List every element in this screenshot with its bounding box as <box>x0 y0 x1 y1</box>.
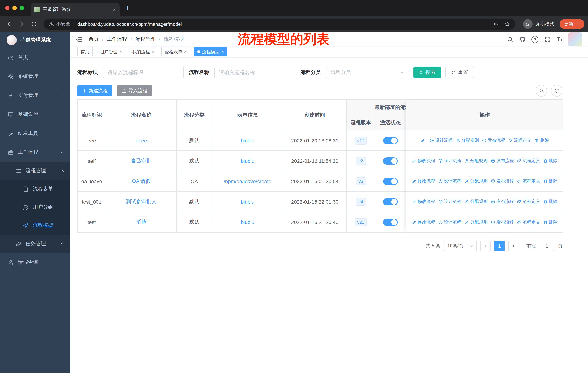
active-toggle[interactable] <box>383 218 398 226</box>
forward-button[interactable] <box>16 19 27 30</box>
process-definition-link[interactable]: 流程定义 <box>517 158 540 164</box>
sidebar-item-task-management[interactable]: 任务管理 <box>0 235 70 253</box>
search-icon[interactable] <box>507 36 513 43</box>
process-definition-link[interactable]: 流程定义 <box>517 219 540 225</box>
browser-tab[interactable]: 芋道管理系统 × <box>31 3 120 16</box>
reset-button[interactable]: 重置 <box>445 67 474 78</box>
close-icon[interactable]: × <box>119 50 122 54</box>
process-name-link[interactable]: 滔博 <box>136 219 146 225</box>
assign-rule-link[interactable]: 分配规则 <box>464 199 488 205</box>
page-size-select[interactable]: 10条/页 <box>444 241 477 251</box>
design-process-link[interactable]: 设计流程 <box>438 178 461 184</box>
publish-process-link[interactable]: 发布流程 <box>491 178 514 184</box>
menu-dots-icon[interactable]: ⋮ <box>573 21 583 27</box>
sidebar-item-system-management[interactable]: 系统管理 <box>0 67 70 86</box>
process-name-input[interactable] <box>214 67 295 78</box>
process-definition-link[interactable]: 流程定义 <box>517 178 540 184</box>
design-process-link[interactable]: 设计流程 <box>429 137 452 143</box>
process-name-link[interactable]: OA 请假 <box>132 178 151 184</box>
delete-process-link[interactable]: 删除 <box>543 158 557 164</box>
sidebar-item-dev-tools[interactable]: 研发工具 <box>0 124 70 143</box>
fullscreen-icon[interactable] <box>544 36 551 43</box>
active-toggle[interactable] <box>383 198 398 205</box>
not-secure-badge[interactable]: 不安全 <box>49 21 70 27</box>
breadcrumb-process-management[interactable]: 流程管理 <box>135 36 156 43</box>
delete-process-link[interactable]: 删除 <box>543 199 557 205</box>
sidebar-item-leave-query[interactable]: 请假查询 <box>0 253 70 272</box>
sidebar-item-payment-management[interactable]: ￥ 支付管理 <box>0 86 70 105</box>
active-toggle[interactable] <box>383 178 398 185</box>
assign-rule-link[interactable]: 分配规则 <box>455 137 479 143</box>
active-toggle[interactable] <box>383 137 398 144</box>
form-info-link[interactable]: biubiu <box>241 199 254 204</box>
delete-process-link[interactable]: 删除 <box>534 137 549 143</box>
close-window-button[interactable] <box>5 6 10 10</box>
form-info-link[interactable]: biubiu <box>241 158 254 164</box>
process-key-input[interactable] <box>103 67 184 78</box>
process-definition-link[interactable]: 流程定义 <box>517 199 540 205</box>
publish-process-link[interactable]: 发布流程 <box>491 199 514 205</box>
publish-process-link[interactable]: 发布流程 <box>491 219 514 225</box>
new-tab-button[interactable]: + <box>122 2 133 14</box>
github-icon[interactable] <box>519 36 526 43</box>
form-info-link[interactable]: biubiu <box>241 138 254 143</box>
active-toggle[interactable] <box>383 157 398 164</box>
sidebar-fold-icon[interactable] <box>75 36 83 43</box>
close-icon[interactable]: × <box>221 50 224 54</box>
process-name-link[interactable]: 自己审批 <box>131 158 151 164</box>
sidebar-item-infrastructure[interactable]: 基础设施 <box>0 105 70 124</box>
address-bar[interactable]: 不安全 | dashboard.yudao.iocoder.cn/bpm/man… <box>44 19 515 30</box>
sidebar-item-workflow[interactable]: 工作流程 <box>0 143 70 162</box>
delete-process-link[interactable]: 删除 <box>543 219 557 225</box>
process-name-link[interactable]: 测试多审批人 <box>126 198 157 205</box>
help-icon[interactable]: ? <box>532 36 538 43</box>
process-name-link[interactable]: eeee <box>136 138 147 143</box>
sidebar-item-process-model[interactable]: 流程模型 <box>0 216 70 235</box>
design-process-link[interactable]: 设计流程 <box>438 158 461 164</box>
tag-process-form[interactable]: 流程表单 × <box>161 47 190 56</box>
refresh-table-button[interactable] <box>551 85 562 97</box>
assign-rule-link[interactable]: 分配规则 <box>464 178 488 184</box>
toggle-search-button[interactable] <box>536 85 547 97</box>
publish-process-link[interactable]: 发布流程 <box>482 137 505 143</box>
edit-process-link[interactable]: 修改流程 <box>412 219 435 225</box>
next-page-button[interactable] <box>508 241 518 251</box>
breadcrumb-home[interactable]: 首页 <box>89 36 99 43</box>
minimize-window-button[interactable] <box>12 6 17 10</box>
assign-rule-link[interactable]: 分配规则 <box>464 158 488 164</box>
design-process-link[interactable]: 设计流程 <box>438 199 461 205</box>
edit-process-link[interactable]: 修改流程 <box>412 178 435 184</box>
back-button[interactable] <box>4 19 15 30</box>
tag-my-process[interactable]: 我的流程 × <box>129 47 158 56</box>
publish-process-link[interactable]: 发布流程 <box>491 158 514 164</box>
assign-rule-link[interactable]: 分配规则 <box>464 219 488 225</box>
search-button[interactable]: 搜索 <box>413 67 441 78</box>
edit-process-link[interactable] <box>420 138 426 143</box>
current-page-button[interactable]: 1 <box>494 241 504 251</box>
zoom-window-button[interactable] <box>20 6 24 10</box>
sidebar-item-home[interactable]: 首页 <box>0 48 70 67</box>
create-process-button[interactable]: 新建流程 <box>77 85 112 96</box>
design-process-link[interactable]: 设计流程 <box>438 219 461 225</box>
form-info-link[interactable]: /bpm/oa/leave/create <box>224 178 271 184</box>
close-icon[interactable]: × <box>152 50 154 54</box>
bookmark-star-icon[interactable] <box>504 21 510 27</box>
browser-update-button[interactable]: 更新 ⋮ <box>560 19 584 29</box>
process-category-select[interactable]: 流程分类 <box>326 67 408 78</box>
sidebar-item-process-form[interactable]: 流程表单 <box>0 180 70 198</box>
edit-process-link[interactable]: 修改流程 <box>412 158 435 164</box>
tag-process-model[interactable]: 流程模型 × <box>194 47 227 56</box>
edit-process-link[interactable]: 修改流程 <box>412 199 435 205</box>
prev-page-button[interactable] <box>481 241 491 251</box>
goto-page-input[interactable] <box>539 241 554 251</box>
user-avatar[interactable] <box>568 32 582 46</box>
close-icon[interactable]: × <box>184 50 187 54</box>
sidebar-item-process-management[interactable]: 流程管理 <box>0 162 70 180</box>
breadcrumb-workflow[interactable]: 工作流程 <box>107 36 127 43</box>
import-process-button[interactable]: 导入流程 <box>117 85 152 96</box>
password-key-icon[interactable] <box>493 21 499 27</box>
process-definition-link[interactable]: 流程定义 <box>508 137 531 143</box>
tag-tenant-management[interactable]: 租户管理 × <box>97 47 125 56</box>
tag-home[interactable]: 首页 <box>77 47 93 56</box>
delete-process-link[interactable]: 删除 <box>543 178 557 184</box>
